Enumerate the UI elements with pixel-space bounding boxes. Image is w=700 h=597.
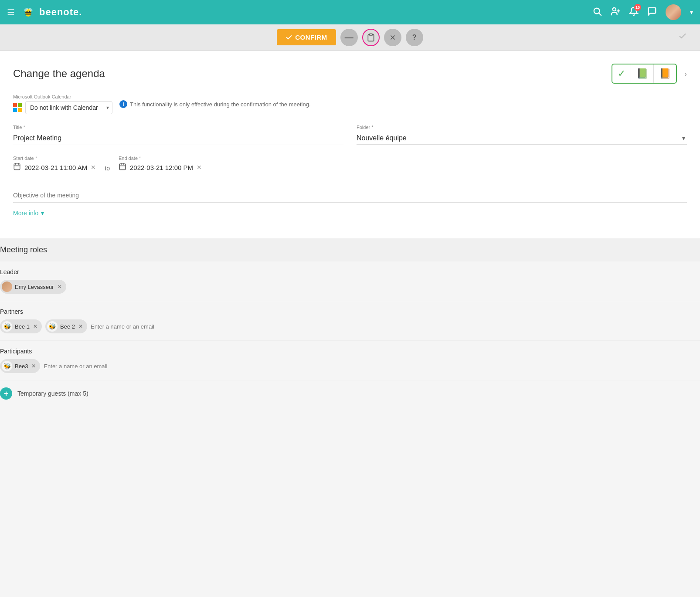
emy-levasseur-chip: Emy Levasseur ✕ xyxy=(0,280,66,294)
app-header: ☰ beenote. xyxy=(0,0,700,24)
meeting-roles-header: Meeting roles xyxy=(0,238,700,261)
end-date-clear-icon[interactable]: ✕ xyxy=(197,164,202,171)
message-icon[interactable] xyxy=(647,7,657,18)
meeting-roles-section: Meeting roles Leader Emy Levasseur ✕ Par… xyxy=(0,238,700,407)
start-date-clear-icon[interactable]: ✕ xyxy=(91,164,96,171)
folder-select[interactable]: Nouvelle équipe Team A Team B xyxy=(357,132,687,145)
header-right: 10 ▾ xyxy=(592,4,693,20)
temp-guests-row[interactable]: + Temporary guests (max 5) xyxy=(0,380,700,407)
ms-logo-q-blue xyxy=(13,108,17,112)
start-date-value: 2022-03-21 11:00 AM ✕ xyxy=(13,163,96,175)
folder-select-arrow-icon: ▾ xyxy=(682,135,685,142)
participants-chips: 🐝 Bee3 ✕ xyxy=(0,359,700,373)
participants-input[interactable] xyxy=(44,363,117,370)
bee2-remove-icon[interactable]: ✕ xyxy=(78,323,83,329)
help-button[interactable]: ? xyxy=(406,29,423,46)
roles-content: Leader Emy Levasseur ✕ Partners 🐝 Bee 1 … xyxy=(0,261,700,407)
partners-role-row: Partners 🐝 Bee 1 ✕ 🐝 Bee 2 ✕ xyxy=(0,301,700,341)
bee3-remove-icon[interactable]: ✕ xyxy=(31,363,36,369)
notification-icon[interactable]: 10 xyxy=(629,7,639,18)
bee2-name: Bee 2 xyxy=(60,323,75,330)
title-label: Title * xyxy=(13,125,343,130)
svg-rect-3 xyxy=(25,14,31,15)
title-group: Title * xyxy=(13,125,343,145)
info-circle-icon: i xyxy=(119,100,127,108)
add-temp-guest-icon[interactable]: + xyxy=(0,387,12,400)
svg-line-9 xyxy=(599,13,601,15)
title-input[interactable] xyxy=(13,132,343,145)
folder-group: Folder * Nouvelle équipe Team A Team B ▾ xyxy=(357,125,687,145)
calendar-select[interactable]: Do not link with Calendar Outlook Calend… xyxy=(25,101,112,114)
main-content: Change the agenda ✓ 📗 📙 › Microsoft Outl… xyxy=(0,51,700,238)
page-title: Change the agenda xyxy=(13,68,105,80)
ms-logo-q-yellow xyxy=(18,108,22,112)
objective-row xyxy=(13,188,687,203)
calendar-select-wrapper: Do not link with Calendar Outlook Calend… xyxy=(25,101,112,114)
start-date-label: Start date * xyxy=(13,156,96,161)
bee3-avatar-icon: 🐝 xyxy=(2,361,12,371)
header-left: ☰ beenote. xyxy=(7,4,82,20)
minus-button[interactable]: — xyxy=(340,29,358,46)
chevron-right-icon[interactable]: › xyxy=(684,69,687,79)
end-calendar-icon xyxy=(119,163,126,172)
participants-label: Participants xyxy=(0,348,700,355)
bee2-avatar-icon: 🐝 xyxy=(47,321,58,332)
page-header: Change the agenda ✓ 📗 📙 › xyxy=(13,64,687,84)
leader-chips: Emy Levasseur ✕ xyxy=(0,280,700,294)
add-user-icon[interactable] xyxy=(611,7,620,18)
ms-logo-icon xyxy=(13,103,22,112)
more-info-chevron-icon: ▾ xyxy=(41,210,44,217)
more-info-row[interactable]: More info ▾ xyxy=(13,210,687,217)
svg-point-6 xyxy=(27,11,28,12)
bee-logo-icon xyxy=(20,4,37,20)
icon-group: ✓ 📗 📙 xyxy=(612,64,677,84)
search-icon[interactable] xyxy=(592,7,602,18)
ms-logo-q-green xyxy=(18,103,22,107)
emy-levasseur-avatar xyxy=(2,282,12,292)
objective-input[interactable] xyxy=(13,188,687,203)
ms-logo-q-red xyxy=(13,103,17,107)
start-date-text: 2022-03-21 11:00 AM xyxy=(24,164,87,171)
end-date-text: 2022-03-21 12:00 PM xyxy=(130,164,193,171)
folder-select-wrap: Nouvelle équipe Team A Team B ▾ xyxy=(357,132,687,145)
partners-chips: 🐝 Bee 1 ✕ 🐝 Bee 2 ✕ xyxy=(0,319,700,333)
date-row: Start date * 2022-03-21 11:00 AM ✕ to En… xyxy=(13,156,687,175)
bee1-remove-icon[interactable]: ✕ xyxy=(33,323,37,329)
book-yellow-icon[interactable]: 📙 xyxy=(654,64,676,83)
title-folder-row: Title * Folder * Nouvelle équipe Team A … xyxy=(13,125,687,145)
bee3-name: Bee3 xyxy=(15,363,28,370)
more-info-label: More info xyxy=(13,210,38,217)
calendar-notice-text: This functionality is only effective dur… xyxy=(130,101,311,108)
bee1-chip: 🐝 Bee 1 ✕ xyxy=(0,319,42,333)
toolbar-checkmark-icon xyxy=(678,32,687,43)
bee1-name: Bee 1 xyxy=(15,323,30,330)
avatar-chevron-icon[interactable]: ▾ xyxy=(690,9,693,16)
end-date-label: End date * xyxy=(119,156,202,161)
close-button[interactable] xyxy=(384,29,401,46)
paste-button[interactable] xyxy=(362,29,380,46)
notification-badge: 10 xyxy=(634,4,641,11)
meeting-roles-title: Meeting roles xyxy=(0,245,47,254)
book-green-icon[interactable]: 📗 xyxy=(631,64,654,83)
folder-label: Folder * xyxy=(357,125,687,130)
svg-rect-13 xyxy=(369,34,372,35)
temp-guests-label: Temporary guests (max 5) xyxy=(17,390,88,397)
leader-role-row: Leader Emy Levasseur ✕ xyxy=(0,261,700,301)
date-to-label: to xyxy=(105,165,110,175)
partners-label: Partners xyxy=(0,308,700,315)
logo-text: beenote. xyxy=(39,7,82,18)
confirm-button[interactable]: CONFIRM xyxy=(277,29,336,45)
menu-icon[interactable]: ☰ xyxy=(7,7,15,17)
partners-input[interactable] xyxy=(91,323,164,330)
end-date-group: End date * 2022-03-21 12:00 PM ✕ xyxy=(119,156,202,175)
calendar-row: Microsoft Outlook Calendar Do not link w… xyxy=(13,94,687,114)
svg-rect-2 xyxy=(25,12,31,13)
avatar[interactable] xyxy=(666,4,681,20)
bee3-chip: 🐝 Bee3 ✕ xyxy=(0,359,40,373)
bee2-chip: 🐝 Bee 2 ✕ xyxy=(45,319,87,333)
bee1-avatar-icon: 🐝 xyxy=(2,321,12,332)
emy-levasseur-remove-icon[interactable]: ✕ xyxy=(58,284,62,290)
svg-rect-16 xyxy=(14,164,20,170)
checkmark-icon-group[interactable]: ✓ xyxy=(612,64,631,83)
calendar-select-wrap: Do not link with Calendar Outlook Calend… xyxy=(13,101,112,114)
